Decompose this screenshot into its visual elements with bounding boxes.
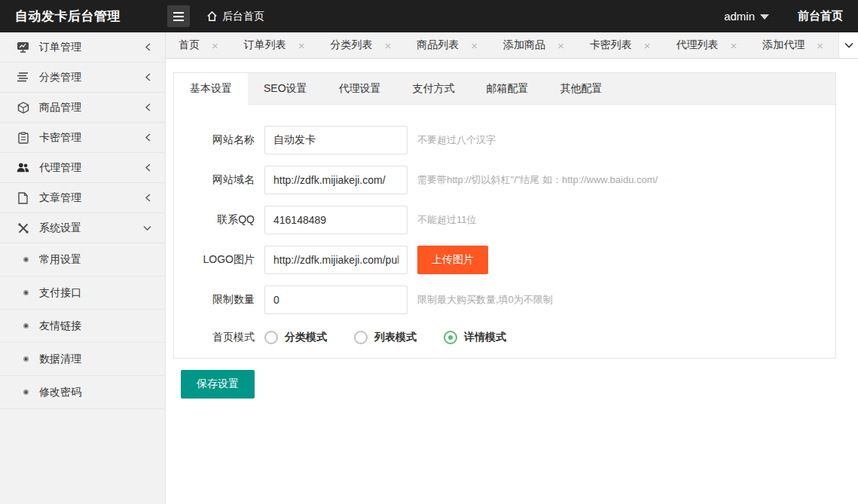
chevron-down-icon bbox=[143, 225, 151, 231]
form-row-home-mode: 首页模式 分类模式 列表模式 详情模式 bbox=[174, 331, 835, 344]
site-domain-hint: 需要带http://切以斜杠"/"结尾 如：http://www.baidu.c… bbox=[417, 173, 658, 187]
close-icon[interactable]: × bbox=[644, 39, 651, 52]
tab-label: 商品列表 bbox=[417, 38, 459, 52]
settings-tabs-spacer bbox=[618, 73, 835, 105]
sidebar-subitem-label: 友情链接 bbox=[39, 319, 81, 333]
breadcrumb[interactable]: 后台首页 bbox=[206, 10, 264, 23]
chevron-left-icon bbox=[145, 163, 151, 172]
sidebar-subitem-change-password[interactable]: 修改密码 bbox=[0, 376, 165, 409]
close-icon[interactable]: × bbox=[385, 39, 392, 52]
chevron-left-icon bbox=[145, 194, 151, 202]
app-title: 自动发卡后台管理 bbox=[0, 8, 166, 25]
sidebar-item-label: 系统设置 bbox=[39, 221, 143, 235]
open-tab-card-list[interactable]: 卡密列表 × bbox=[577, 32, 664, 58]
tab-payment-methods[interactable]: 支付方式 bbox=[397, 73, 471, 105]
open-tab-category-list[interactable]: 分类列表 × bbox=[318, 32, 405, 58]
breadcrumb-label: 后台首页 bbox=[222, 10, 264, 23]
sidebar-item-label: 订单管理 bbox=[39, 41, 145, 54]
site-name-hint: 不要超过八个汉字 bbox=[417, 133, 496, 147]
save-settings-button[interactable]: 保存设置 bbox=[181, 370, 255, 399]
close-icon[interactable]: × bbox=[471, 39, 478, 52]
bullet-icon bbox=[23, 389, 29, 395]
upload-image-button[interactable]: 上传图片 bbox=[417, 246, 488, 274]
open-tab-order-list[interactable]: 订单列表 × bbox=[231, 32, 318, 58]
tabbar-more-button[interactable] bbox=[838, 32, 858, 58]
limit-label: 限制数量 bbox=[174, 293, 255, 307]
radio-list-mode[interactable]: 列表模式 bbox=[354, 331, 417, 344]
open-tab-add-product[interactable]: 添加商品 × bbox=[490, 32, 577, 58]
sidebar-item-label: 卡密管理 bbox=[39, 131, 145, 145]
topbar: 自动发卡后台管理 后台首页 admin 前台首页 bbox=[0, 0, 858, 32]
tab-label: 首页 bbox=[179, 38, 200, 52]
caret-down-icon bbox=[760, 14, 769, 20]
logo-url-input[interactable] bbox=[264, 246, 408, 274]
site-name-label: 网站名称 bbox=[174, 133, 255, 147]
chevron-down-icon bbox=[844, 42, 853, 48]
close-icon[interactable]: × bbox=[298, 39, 305, 52]
sidebar-item-products[interactable]: 商品管理 bbox=[0, 93, 165, 123]
radio-label: 分类模式 bbox=[285, 331, 327, 344]
tab-email-config[interactable]: 邮箱配置 bbox=[471, 73, 545, 105]
home-icon bbox=[206, 11, 222, 22]
sidebar-item-cards[interactable]: 卡密管理 bbox=[0, 123, 165, 153]
frontend-home-link[interactable]: 前台首页 bbox=[798, 9, 843, 23]
username: admin bbox=[724, 10, 755, 23]
radio-detail-mode[interactable]: 详情模式 bbox=[444, 331, 506, 344]
sidebar-subitem-common-settings[interactable]: 常用设置 bbox=[0, 243, 165, 276]
limit-input[interactable] bbox=[264, 286, 408, 314]
close-icon[interactable]: × bbox=[731, 39, 737, 52]
contact-qq-input[interactable] bbox=[264, 206, 408, 234]
radio-label: 详情模式 bbox=[464, 331, 506, 344]
open-tab-product-list[interactable]: 商品列表 × bbox=[404, 32, 490, 58]
sidebar: 订单管理 分类管理 商品管理 bbox=[0, 32, 166, 504]
basic-settings-form: 网站名称 不要超过八个汉字 网站域名 需要带http://切以斜杠"/"结尾 如… bbox=[174, 105, 835, 358]
sidebar-item-agents[interactable]: 代理管理 bbox=[0, 153, 165, 183]
tab-label: 分类列表 bbox=[331, 38, 373, 52]
sidebar-subitem-label: 数据清理 bbox=[39, 353, 81, 366]
sidebar-item-orders[interactable]: 订单管理 bbox=[0, 32, 165, 63]
close-icon[interactable]: × bbox=[212, 39, 218, 52]
sidebar-subitem-friend-links[interactable]: 友情链接 bbox=[0, 310, 165, 343]
sidebar-subitem-payment-api[interactable]: 支付接口 bbox=[0, 276, 165, 310]
product-icon bbox=[17, 102, 29, 114]
settings-tabs: 基本设置 SEO设置 代理设置 支付方式 邮箱配置 其他配置 bbox=[174, 73, 835, 105]
radio-icon bbox=[444, 331, 457, 344]
chevron-left-icon bbox=[145, 73, 151, 81]
tab-label: 卡密列表 bbox=[590, 38, 632, 52]
sidebar-item-label: 代理管理 bbox=[39, 161, 145, 175]
contact-qq-label: 联系QQ bbox=[174, 213, 255, 227]
bullet-icon bbox=[23, 323, 29, 328]
hamburger-icon bbox=[173, 11, 185, 22]
tab-agent-settings[interactable]: 代理设置 bbox=[323, 73, 397, 105]
article-icon bbox=[17, 192, 29, 204]
sidebar-subitem-data-cleanup[interactable]: 数据清理 bbox=[0, 343, 165, 376]
sidebar-item-articles[interactable]: 文章管理 bbox=[0, 183, 165, 213]
tab-basic-settings[interactable]: 基本设置 bbox=[174, 73, 248, 105]
site-domain-input[interactable] bbox=[264, 166, 408, 194]
open-tab-agent-list[interactable]: 代理列表 × bbox=[664, 32, 750, 58]
user-menu[interactable]: admin bbox=[724, 10, 769, 23]
form-row-site-domain: 网站域名 需要带http://切以斜杠"/"结尾 如：http://www.ba… bbox=[174, 166, 835, 194]
form-row-limit: 限制数量 限制最大购买数量,填0为不限制 bbox=[174, 286, 835, 314]
site-name-input[interactable] bbox=[264, 126, 408, 154]
sidebar-item-label: 文章管理 bbox=[39, 191, 145, 205]
open-tab-add-agent[interactable]: 添加代理 × bbox=[750, 32, 836, 58]
tab-other-config[interactable]: 其他配置 bbox=[545, 73, 618, 105]
close-icon[interactable]: × bbox=[557, 39, 564, 52]
contact-qq-hint: 不能超过11位 bbox=[417, 213, 477, 227]
tab-label: 订单列表 bbox=[244, 38, 286, 52]
sidebar-item-categories[interactable]: 分类管理 bbox=[0, 63, 165, 93]
main-area: 首页 × 订单列表 × 分类列表 × 商品列表 × 添加商品 × 卡密列表 × bbox=[166, 32, 858, 504]
agent-icon bbox=[17, 162, 29, 173]
tab-seo-settings[interactable]: SEO设置 bbox=[248, 73, 323, 105]
radio-category-mode[interactable]: 分类模式 bbox=[264, 331, 327, 344]
open-tab-home[interactable]: 首页 × bbox=[166, 32, 231, 58]
menu-toggle-button[interactable] bbox=[167, 5, 190, 27]
logo-label: LOGO图片 bbox=[174, 253, 255, 267]
sidebar-item-system-settings[interactable]: 系统设置 bbox=[0, 213, 165, 243]
bullet-icon bbox=[23, 257, 29, 262]
sidebar-subitem-label: 修改密码 bbox=[39, 386, 81, 399]
close-icon[interactable]: × bbox=[817, 39, 823, 52]
open-tabs-bar: 首页 × 订单列表 × 分类列表 × 商品列表 × 添加商品 × 卡密列表 × bbox=[166, 32, 858, 59]
bullet-icon bbox=[23, 356, 29, 362]
